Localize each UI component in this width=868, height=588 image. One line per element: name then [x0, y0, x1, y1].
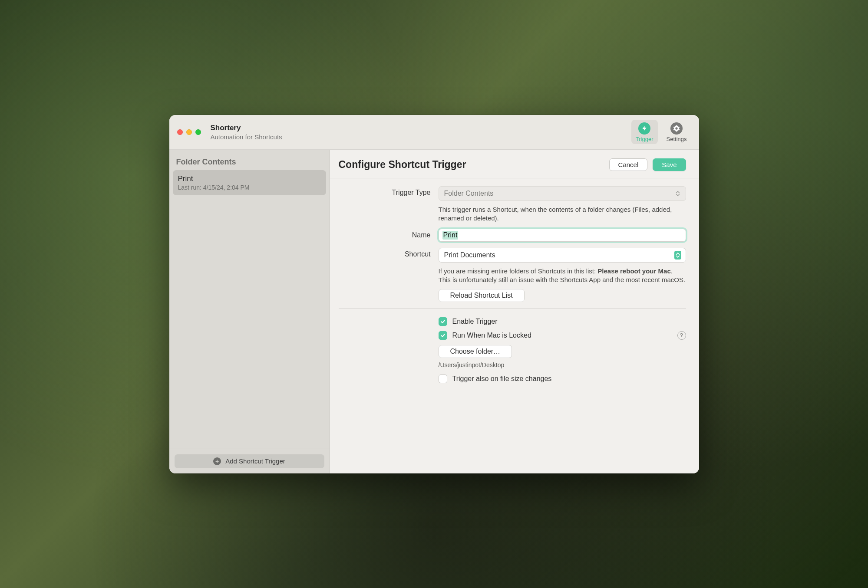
folder-path: /Users/justinpot/Desktop: [439, 361, 686, 368]
reload-label: Reload Shortcut List: [450, 292, 513, 299]
sidebar-footer: + Add Shortcut Trigger: [169, 449, 330, 473]
title-block: Shortery Automation for Shortcuts: [211, 124, 631, 141]
main-panel: Configure Shortcut Trigger Cancel Save T…: [330, 150, 699, 473]
save-label: Save: [662, 161, 677, 168]
app-window: Shortery Automation for Shortcuts Trigge…: [169, 115, 699, 473]
shortcut-select[interactable]: Print Documents: [439, 248, 686, 263]
trigger-type-select[interactable]: Folder Contents: [439, 186, 686, 201]
sidebar: Folder Contents Print Last run: 4/15/24,…: [169, 150, 330, 473]
main-header: Configure Shortcut Trigger Cancel Save: [330, 150, 699, 178]
options-block: Enable Trigger Run When Mac is Locked ? …: [339, 317, 686, 383]
form: Trigger Type Folder Contents This trigge…: [330, 178, 699, 397]
row-run-when-locked: Run When Mac is Locked ?: [439, 331, 686, 340]
app-name: Shortery: [211, 124, 631, 132]
shortcut-value: Print Documents: [444, 251, 495, 259]
window-body: Folder Contents Print Last run: 4/15/24,…: [169, 150, 699, 473]
label-shortcut: Shortcut: [339, 248, 439, 258]
gear-icon: [670, 122, 683, 135]
shortcut-note: If you are missing entire folders of Sho…: [439, 267, 686, 285]
name-input[interactable]: Print: [442, 231, 459, 240]
choose-folder-label: Choose folder…: [450, 348, 501, 355]
chevron-up-down-icon: [674, 189, 681, 198]
close-window-button[interactable]: [177, 129, 183, 135]
help-icon[interactable]: ?: [677, 331, 686, 340]
add-shortcut-trigger-button[interactable]: + Add Shortcut Trigger: [175, 454, 324, 468]
sidebar-item-print[interactable]: Print Last run: 4/15/24, 2:04 PM: [173, 170, 326, 195]
toolbar-tabs: Trigger Settings: [631, 120, 691, 144]
run-when-locked-checkbox[interactable]: [439, 331, 447, 340]
separator: [339, 308, 686, 309]
row-trigger-size: Trigger also on file size changes: [439, 374, 686, 383]
sidebar-header: Folder Contents: [169, 150, 330, 170]
choose-folder-button[interactable]: Choose folder…: [439, 345, 512, 358]
enable-trigger-checkbox[interactable]: [439, 317, 447, 326]
titlebar: Shortery Automation for Shortcuts Trigge…: [169, 115, 699, 150]
row-shortcut: Shortcut Print Documents If you are miss…: [339, 248, 686, 302]
plus-icon: +: [213, 457, 221, 465]
trigger-type-value: Folder Contents: [444, 190, 494, 197]
label-name: Name: [339, 229, 439, 239]
trigger-on-size-label: Trigger also on file size changes: [452, 375, 552, 383]
minimize-window-button[interactable]: [186, 129, 192, 135]
add-trigger-label: Add Shortcut Trigger: [225, 457, 285, 465]
sidebar-item-subtitle: Last run: 4/15/24, 2:04 PM: [178, 184, 321, 191]
header-actions: Cancel Save: [609, 158, 686, 171]
reload-shortcut-list-button[interactable]: Reload Shortcut List: [439, 289, 525, 302]
zoom-window-button[interactable]: [195, 129, 201, 135]
window-controls: [177, 129, 201, 135]
bolt-icon: [638, 122, 650, 135]
enable-trigger-label: Enable Trigger: [452, 318, 498, 325]
save-button[interactable]: Save: [653, 158, 686, 171]
row-trigger-type: Trigger Type Folder Contents This trigge…: [339, 186, 686, 223]
row-name: Name Print: [339, 229, 686, 242]
shortcut-note-bold: Please reboot your Mac: [597, 267, 670, 275]
chevron-up-down-icon: [674, 251, 681, 260]
tab-settings-label: Settings: [667, 136, 687, 142]
page-title: Configure Shortcut Trigger: [339, 159, 466, 171]
app-subtitle: Automation for Shortcuts: [211, 133, 631, 141]
tab-settings[interactable]: Settings: [662, 120, 691, 144]
trigger-type-description: This trigger runs a Shortcut, when the c…: [439, 205, 686, 223]
name-input-wrap: Print: [439, 229, 686, 242]
cancel-label: Cancel: [618, 161, 639, 168]
sidebar-list: Print Last run: 4/15/24, 2:04 PM: [169, 170, 330, 449]
cancel-button[interactable]: Cancel: [609, 158, 648, 171]
trigger-on-size-checkbox[interactable]: [439, 374, 447, 383]
tab-trigger[interactable]: Trigger: [631, 120, 658, 144]
tab-trigger-label: Trigger: [636, 136, 653, 142]
run-when-locked-label: Run When Mac is Locked: [452, 332, 531, 339]
row-enable-trigger: Enable Trigger: [439, 317, 686, 326]
label-trigger-type: Trigger Type: [339, 186, 439, 197]
sidebar-item-title: Print: [178, 174, 321, 183]
shortcut-note-text-1: If you are missing entire folders of Sho…: [439, 267, 598, 275]
